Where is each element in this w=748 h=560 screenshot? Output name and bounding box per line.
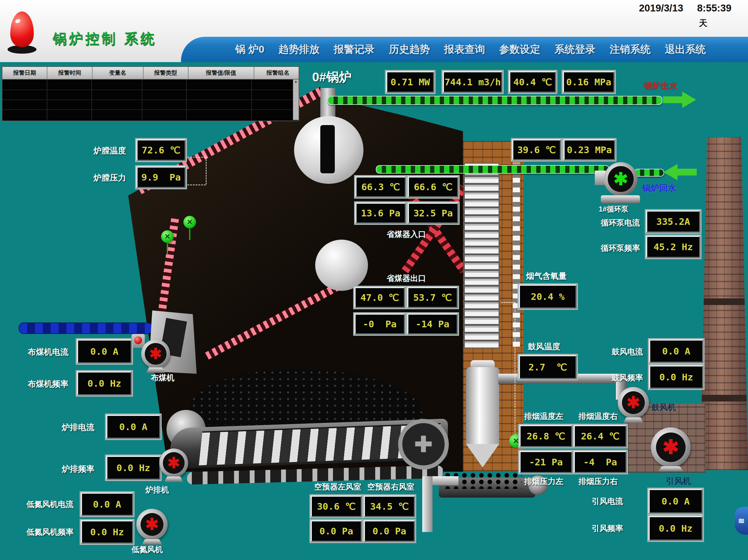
exhaust-press-left-display: -21 Pa bbox=[519, 451, 572, 473]
eco-outlet-temp1-value: 47.0 ℃ bbox=[360, 292, 399, 303]
alarm-col-group[interactable]: 报警组名 bbox=[254, 67, 302, 79]
grate-current-display: 0.0 A bbox=[106, 415, 161, 439]
menu-bar: 锅 炉0 趋势排放 报警记录 历史趋势 报表查询 参数设定 系统登录 注销系统 … bbox=[181, 37, 748, 62]
pump-freq-value: 45.2 Hz bbox=[654, 241, 693, 252]
alarm-col-value[interactable]: 报警值/限值 bbox=[188, 67, 254, 79]
alarm-col-date[interactable]: 报警日期 bbox=[2, 67, 47, 79]
preheater-temp-left-value: 30.6 ℃ bbox=[317, 501, 356, 512]
eco-outlet-temp2-display: 53.7 ℃ bbox=[407, 287, 458, 308]
alarm-col-tag[interactable]: 变量名 bbox=[93, 67, 144, 79]
preheater-right-label: 空预器右风室 bbox=[367, 482, 415, 492]
feeder-freq-label: 布煤机频率 bbox=[28, 379, 68, 389]
eco-outlet-press1-display: -0 Pa bbox=[354, 313, 405, 335]
grate-freq-display: 0.0 Hz bbox=[106, 456, 161, 480]
chimney-band bbox=[700, 298, 748, 305]
induced-current-display: 0.0 A bbox=[649, 489, 703, 514]
eco-inlet-label: 省煤器入口 bbox=[387, 229, 426, 240]
grate-freq-label: 炉排频率 bbox=[62, 464, 94, 474]
preheater-press-left-display: 0.0 Pa bbox=[311, 520, 362, 542]
menu-item-emission[interactable]: 趋势排放 bbox=[278, 43, 320, 56]
circulation-pump-name: 1#循环泵 bbox=[599, 204, 629, 214]
alarm-lamp-icon bbox=[8, 11, 36, 54]
wheel-spokes-icon: ✚ bbox=[415, 432, 433, 457]
menu-item-history[interactable]: 历史趋势 bbox=[389, 43, 430, 56]
menu-item-reports[interactable]: 报表查询 bbox=[444, 43, 485, 56]
indicator-x-icon: ✕ bbox=[164, 233, 170, 241]
status-indicator[interactable]: ✕ bbox=[183, 216, 196, 228]
preheater-left-label: 空预器左风室 bbox=[314, 482, 361, 492]
menu-item-login[interactable]: 系统登录 bbox=[554, 43, 595, 56]
blast-freq-label: 鼓风频率 bbox=[612, 372, 643, 383]
indicator-stem bbox=[189, 227, 190, 240]
induced-freq-value: 0.0 Hz bbox=[659, 523, 693, 534]
eco-outlet-temp2-value: 53.7 ℃ bbox=[413, 292, 452, 303]
blast-current-label: 鼓风电流 bbox=[612, 347, 643, 357]
steam-drum-lower bbox=[315, 240, 368, 291]
header-datetime: 2019/3/13 8:55:39 bbox=[639, 2, 731, 14]
lownox-current-label: 低氮风机电流 bbox=[26, 499, 74, 510]
eco-inlet-temp2-value: 66.6 ℃ bbox=[414, 181, 452, 192]
pump-base bbox=[601, 195, 640, 203]
alarm-table[interactable]: 报警日期 报警时间 变量名 报警类型 报警值/限值 报警组名 ▲ bbox=[2, 66, 299, 121]
exhaust-temp-left-value: 26.8 ℃ bbox=[527, 431, 565, 442]
return-arrow-left-icon bbox=[663, 163, 697, 181]
status-indicator[interactable]: ✕ bbox=[161, 230, 174, 243]
feeder-current-label: 布煤机电流 bbox=[28, 347, 68, 358]
blast-freq-value: 0.0 Hz bbox=[659, 372, 693, 383]
furnace-temp-value: 72.6 ℃ bbox=[142, 145, 180, 155]
circulation-pump-icon[interactable]: ✱ bbox=[604, 162, 638, 196]
pump-current-display: 335.2A bbox=[646, 210, 700, 233]
boiler-return-pipe bbox=[376, 165, 609, 174]
induced-fan-icon[interactable]: ✱ bbox=[651, 428, 691, 467]
alarm-col-type[interactable]: 报警类型 bbox=[144, 67, 188, 79]
blast-temp-display: 2.7 ℃ bbox=[519, 355, 577, 379]
pump-impeller-icon: ✱ bbox=[608, 166, 633, 192]
menu-item-alarms[interactable]: 报警记录 bbox=[333, 43, 375, 56]
grate-fan-icon[interactable]: ✱ bbox=[159, 448, 188, 478]
chimney-band bbox=[700, 395, 748, 401]
blast-temp-value: 2.7 ℃ bbox=[529, 362, 567, 372]
exhaust-press-left-value: -21 Pa bbox=[529, 457, 563, 467]
menu-item-settings[interactable]: 参数设定 bbox=[499, 43, 540, 56]
outlet-temp-display: 40.4 ℃ bbox=[509, 71, 556, 93]
fan-blades-icon: ✱ bbox=[141, 513, 164, 536]
furnace-pressure-value: 9.9 Pa bbox=[141, 172, 181, 182]
boiler-flow-display: 744.1 m3/h bbox=[443, 71, 502, 93]
flue-oxygen-display: 20.4 % bbox=[519, 285, 577, 309]
eco-inlet-press2-value: 32.5 Pa bbox=[414, 208, 453, 219]
menu-item-boiler0[interactable]: 锅 炉0 bbox=[235, 43, 264, 56]
blast-fan-icon[interactable]: ✱ bbox=[618, 387, 649, 418]
boiler-power-display: 0.71 MW bbox=[386, 71, 434, 93]
menu-item-exit[interactable]: 退出系统 bbox=[665, 43, 706, 56]
induced-current-value: 0.0 A bbox=[661, 496, 689, 507]
fan-blades-icon: ✱ bbox=[656, 433, 685, 462]
alarm-table-scrollbar[interactable]: ▲ bbox=[293, 79, 299, 120]
boiler-name-label: 0#锅炉 bbox=[312, 69, 352, 86]
blast-current-display: 0.0 A bbox=[649, 339, 703, 363]
exhaust-press-left-label: 排烟压力左 bbox=[524, 476, 563, 487]
coal-feeder-fan-icon[interactable]: ✱ bbox=[141, 339, 170, 368]
outlet-arrow-right-icon bbox=[663, 91, 696, 109]
scroll-up-icon[interactable]: ▲ bbox=[295, 79, 298, 83]
blast-fan-label: 鼓风机 bbox=[652, 402, 676, 413]
alarm-col-time[interactable]: 报警时间 bbox=[47, 67, 92, 79]
indicator-x-icon: ✕ bbox=[187, 218, 193, 226]
feeder-current-value: 0.0 A bbox=[90, 346, 118, 357]
boiler-hmi-screen: ✚ ✕ ✕ ✕ 锅炉出水 锅炉回水 ✱ bbox=[0, 0, 748, 560]
exhaust-press-right-label: 排烟压力右 bbox=[579, 476, 618, 487]
outlet-pressure-value: 0.16 MPa bbox=[566, 77, 611, 88]
induced-current-label: 引风电流 bbox=[592, 496, 623, 507]
preheater-temp-right-display: 34.5 ℃ bbox=[364, 495, 415, 517]
connector-dashed-line bbox=[185, 157, 206, 157]
return-temp-value: 39.6 ℃ bbox=[517, 144, 556, 155]
steam-drum-sight-slot bbox=[320, 125, 335, 173]
eco-inlet-press2-display: 32.5 Pa bbox=[408, 202, 459, 224]
exhaust-temp-right-value: 26.4 ℃ bbox=[581, 431, 620, 442]
lownox-freq-label: 低氮风机频率 bbox=[26, 527, 74, 537]
boiler-outlet-label: 锅炉出水 bbox=[644, 80, 678, 92]
eco-outlet-label: 省煤器出口 bbox=[387, 273, 426, 284]
lownox-fan-icon[interactable]: ✱ bbox=[136, 509, 168, 540]
boiler-outlet-pipe bbox=[328, 96, 662, 105]
menu-item-logout[interactable]: 注销系统 bbox=[610, 43, 651, 56]
connector-dashed-line bbox=[515, 302, 515, 441]
